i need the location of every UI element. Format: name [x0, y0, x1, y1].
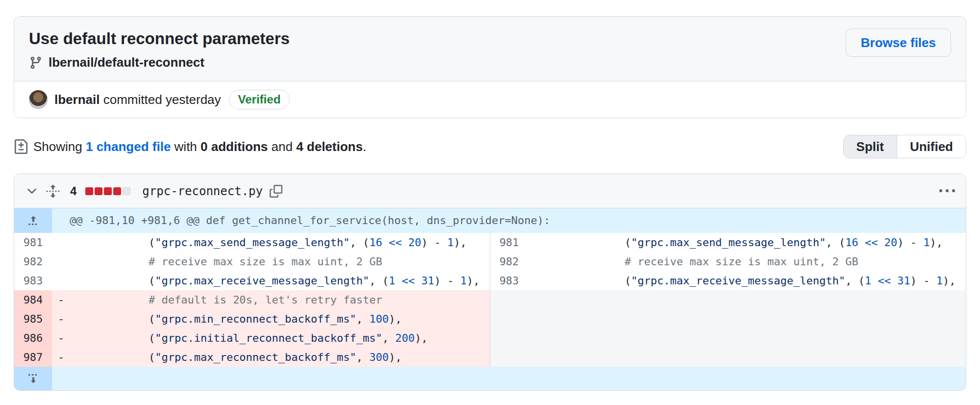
code-line: - ("grpc.min_reconnect_backoff_ms", 100)… [52, 309, 490, 329]
line-number[interactable]: 981 [14, 233, 52, 252]
line-number[interactable]: 983 [14, 271, 52, 290]
file-name[interactable]: grpc-reconnect.py [142, 184, 263, 198]
code-token: ( [71, 236, 155, 249]
empty-gutter-cell [490, 348, 528, 367]
commit-meta-row: lbernail committed yesterday Verified [14, 81, 966, 118]
diff-card: 4 grpc-reconnect.py @@ -981,10 +981,6 @@… [14, 174, 966, 391]
line-number[interactable]: 986 [14, 329, 52, 348]
file-options-button[interactable] [939, 183, 955, 199]
code-token: ) - [897, 236, 923, 249]
summary-text: Showing 1 changed file with 0 additions … [33, 139, 366, 154]
additions-count: 0 additions [201, 139, 268, 154]
changed-files-link[interactable]: 1 changed file [86, 139, 171, 154]
diffstat-deletion-square [104, 187, 112, 195]
code-line: ("grpc.max_send_message_length", (16 << … [52, 233, 490, 252]
branch-row: lbernail/default-reconnect [29, 55, 290, 70]
commit-author[interactable]: lbernail [54, 92, 100, 107]
empty-gutter-cell [490, 329, 528, 348]
summary-with: with [171, 139, 201, 154]
line-number[interactable]: 984 [14, 290, 52, 309]
code-token: ), [467, 275, 480, 287]
code-token: "grpc.max_send_message_length" [631, 236, 826, 249]
code-token: "grpc.max_send_message_length" [155, 236, 350, 249]
code-token: ), [389, 351, 402, 363]
collapse-file-button[interactable] [25, 184, 39, 198]
empty-diff-cell [528, 329, 966, 348]
line-number[interactable]: 983 [490, 271, 528, 290]
code-token: # default is 20s, let's retry faster [71, 294, 382, 306]
fold-down-icon [27, 372, 40, 385]
code-token: 1 [389, 275, 395, 287]
code-token: << [389, 236, 402, 249]
code-token: , ( [826, 236, 846, 249]
diffstat [85, 187, 130, 195]
empty-diff-cell [528, 348, 966, 367]
avatar[interactable] [29, 90, 48, 109]
line-number[interactable]: 987 [14, 348, 52, 367]
code-token [395, 275, 402, 287]
code-line: - ("grpc.max_reconnect_backoff_ms", 300)… [52, 348, 490, 367]
line-number[interactable]: 985 [14, 309, 52, 329]
code-token: ), [930, 236, 943, 249]
verified-badge[interactable]: Verified [229, 90, 290, 109]
branch-name[interactable]: lbernail/default-reconnect [49, 55, 204, 70]
code-line: # receive max size is max uint, 2 GB [52, 252, 490, 271]
diffstat-deletion-square [85, 187, 93, 195]
commit-title: Use default reconnect parameters [29, 28, 290, 49]
line-number[interactable]: 982 [490, 252, 528, 271]
commit-header-card: Use default reconnect parameters lbernai… [14, 16, 966, 118]
code-token: # receive max size is max uint, 2 GB [71, 255, 382, 268]
unified-view-button[interactable]: Unified [897, 135, 966, 158]
summary-bar: Showing 1 changed file with 0 additions … [14, 135, 966, 158]
code-token: ) - [421, 236, 447, 249]
code-token: << [878, 275, 891, 287]
drag-handle-icon[interactable] [46, 183, 60, 199]
code-token: , ( [369, 275, 389, 287]
line-number[interactable]: 982 [14, 252, 52, 271]
empty-gutter-cell [490, 290, 528, 309]
expand-hunk-down-button[interactable] [14, 367, 52, 390]
code-token: ( [71, 351, 155, 363]
kebab-horizontal-icon [939, 183, 955, 199]
code-line: ("grpc.max_receive_message_length", (1 <… [528, 271, 966, 290]
browse-files-button[interactable]: Browse files [846, 28, 951, 57]
code-token: ( [71, 275, 155, 287]
changes-count: 4 [70, 184, 76, 198]
fold-up-icon [27, 214, 40, 227]
drag-handle-glyph [46, 183, 60, 199]
code-token: , ( [845, 275, 865, 287]
code-token: "grpc.max_reconnect_backoff_ms" [155, 351, 356, 363]
diffstat-neutral-square [123, 187, 130, 195]
code-token: , [382, 332, 396, 344]
code-token: ), [943, 275, 956, 287]
expand-row-fill [52, 367, 966, 390]
diffstat-deletion-square [95, 187, 102, 195]
summary-left: Showing 1 changed file with 0 additions … [14, 139, 366, 154]
code-token: ), [454, 236, 467, 249]
split-view-button[interactable]: Split [844, 135, 897, 158]
code-token: 1 [936, 275, 943, 287]
summary-prefix: Showing [33, 139, 86, 154]
code-token: 31 [421, 275, 434, 287]
code-token: 20 [884, 236, 898, 249]
code-token: 100 [369, 313, 389, 325]
chevron-down-icon [25, 184, 39, 198]
code-token: "grpc.max_receive_message_length" [631, 275, 845, 287]
code-token [891, 275, 897, 287]
code-token: 1 [447, 236, 453, 249]
code-line: - ("grpc.initial_reconnect_backoff_ms", … [52, 329, 490, 348]
commit-header-top: Use default reconnect parameters lbernai… [14, 17, 966, 81]
code-token: # receive max size is max uint, 2 GB [547, 255, 858, 268]
expand-hunk-up-button[interactable] [14, 208, 52, 233]
diff-marker: - [58, 329, 71, 348]
file-header: 4 grpc-reconnect.py [14, 174, 966, 208]
code-token: << [865, 236, 878, 249]
line-number[interactable]: 981 [490, 233, 528, 252]
code-token [402, 236, 408, 249]
code-token: 31 [897, 275, 910, 287]
code-token: , [356, 351, 370, 363]
empty-diff-cell [528, 309, 966, 329]
copy-path-button[interactable] [270, 185, 282, 198]
commit-action-text: committed yesterday [100, 92, 221, 107]
code-token: ( [547, 236, 631, 249]
